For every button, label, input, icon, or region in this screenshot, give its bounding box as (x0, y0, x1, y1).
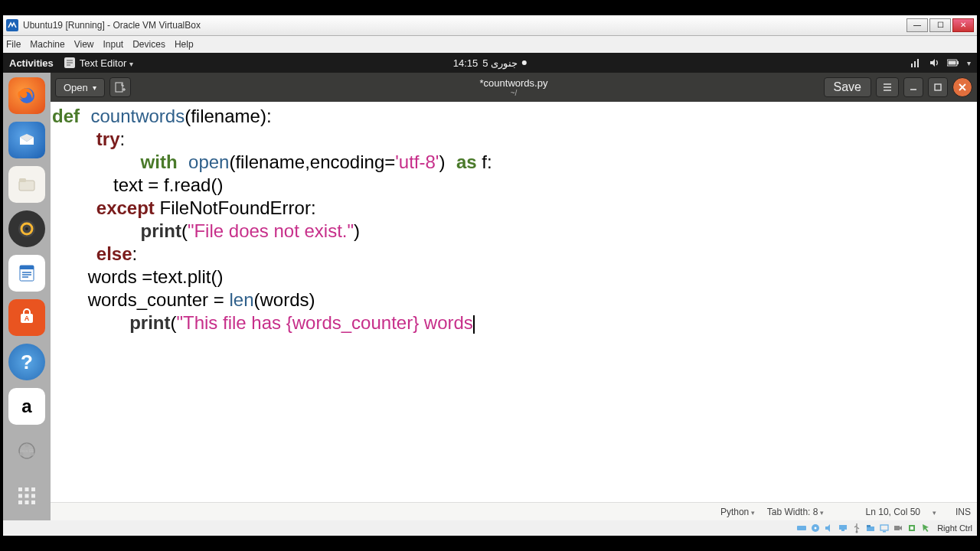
language-selector[interactable]: Python (720, 507, 755, 517)
string-literal: "File does not exist." (188, 220, 354, 241)
keyword-as: as (456, 152, 477, 172)
vb-cd-icon[interactable] (810, 523, 821, 533)
code-text: : (119, 129, 125, 149)
svg-rect-35 (841, 530, 844, 531)
vb-menu-file[interactable]: File (6, 39, 21, 50)
eclipse-launcher[interactable]: Java EE (8, 432, 45, 469)
insert-mode: INS (956, 507, 971, 517)
svg-rect-3 (957, 61, 959, 64)
svg-point-10 (25, 227, 28, 230)
amazon-launcher[interactable]: a (8, 388, 45, 425)
maximize-icon (933, 83, 942, 92)
keyword-except: except (96, 197, 155, 218)
vb-usb-icon[interactable] (851, 523, 862, 533)
vb-status-bar: Right Ctrl (3, 520, 977, 536)
svg-rect-27 (25, 500, 29, 504)
svg-rect-34 (839, 525, 847, 530)
code-text: ( (181, 220, 188, 241)
save-button-label: Save (834, 80, 861, 94)
svg-rect-20 (18, 487, 22, 491)
vb-menu-view[interactable]: View (74, 39, 94, 50)
activities-button[interactable]: Activities (9, 57, 54, 69)
builtin-print: print (129, 312, 170, 333)
help-launcher[interactable]: ? (8, 344, 45, 380)
open-button[interactable]: Open (55, 78, 105, 97)
window-close-button[interactable] (952, 77, 972, 97)
vb-title-bar: Ubuntu19 [Running] - Oracle VM VirtualBo… (3, 15, 977, 36)
vb-minimize-button[interactable]: — (906, 18, 928, 32)
svg-rect-26 (18, 500, 22, 504)
gedit-status-bar: Python Tab Width: 8 Ln 10, Col 50 INS (51, 502, 977, 520)
svg-rect-31 (797, 526, 806, 530)
svg-rect-7 (19, 178, 26, 182)
keyword-else: else (96, 243, 132, 264)
app-menu-label: Text Editor (80, 57, 133, 69)
vb-menu-input[interactable]: Input (103, 39, 124, 50)
vb-menu-machine[interactable]: Machine (30, 39, 64, 50)
battery-icon[interactable] (947, 59, 959, 67)
svg-rect-24 (25, 494, 29, 498)
vb-menu-devices[interactable]: Devices (132, 39, 165, 50)
window-minimize-button[interactable] (903, 77, 923, 97)
ubuntu-software-launcher[interactable]: A (8, 299, 45, 336)
vb-audio-icon[interactable] (824, 523, 835, 533)
svg-point-33 (815, 527, 817, 530)
window-maximize-button[interactable] (928, 77, 948, 97)
vb-hdd-icon[interactable] (796, 523, 807, 533)
volume-icon[interactable] (929, 57, 939, 68)
save-button[interactable]: Save (824, 77, 871, 97)
svg-text:Java EE: Java EE (20, 448, 34, 453)
system-menu-caret-icon[interactable]: ▾ (967, 59, 971, 67)
rhythmbox-launcher[interactable] (8, 210, 45, 247)
text-editor-icon (64, 57, 75, 68)
code-text: ) (354, 220, 360, 241)
show-applications-launcher[interactable] (8, 478, 45, 514)
vb-recording-icon[interactable] (893, 523, 903, 533)
thunderbird-launcher[interactable] (8, 122, 45, 158)
network-icon[interactable] (910, 57, 921, 68)
code-text: (filename,encoding= (229, 152, 395, 172)
new-tab-button[interactable] (109, 77, 131, 97)
string-literal: "This file has {words_counter} words (176, 312, 472, 333)
vb-mouse-icon[interactable] (920, 523, 931, 533)
firefox-launcher[interactable] (8, 77, 45, 114)
code-line: text = f.read() (52, 174, 223, 195)
cursor-position-caret[interactable] (933, 507, 943, 517)
string-literal: 'utf-8' (395, 152, 439, 172)
vb-menu-bar: File Machine View Input Devices Help (3, 36, 977, 53)
code-text: ) (439, 152, 445, 172)
vb-close-button[interactable]: ✕ (952, 18, 974, 32)
new-document-icon (114, 81, 126, 93)
app-menu[interactable]: Text Editor (64, 57, 133, 69)
gedit-title: *countwords.py ~/ (480, 77, 548, 97)
vb-shared-folders-icon[interactable] (865, 523, 876, 533)
vb-maximize-button[interactable]: ☐ (929, 18, 951, 32)
hamburger-menu-button[interactable] (876, 77, 899, 97)
code-text: FileNotFoundError: (155, 197, 316, 218)
gedit-file-subtitle: ~/ (480, 89, 548, 97)
code-editor[interactable]: def countwords(filename): try: with open… (51, 102, 977, 502)
vb-cpu-icon[interactable] (906, 523, 917, 533)
files-launcher[interactable] (8, 166, 45, 203)
svg-rect-23 (18, 494, 22, 498)
clock-time: 14:15 (453, 57, 479, 69)
svg-rect-43 (910, 527, 913, 530)
gedit-file-title: *countwords.py (480, 77, 548, 89)
vb-window-title: Ubuntu19 [Running] - Oracle VM VirtualBo… (23, 20, 905, 31)
svg-rect-39 (880, 525, 888, 530)
svg-rect-4 (949, 61, 956, 65)
vb-network-icon[interactable] (838, 523, 848, 533)
libreoffice-writer-launcher[interactable] (8, 255, 45, 292)
tab-width-selector[interactable]: Tab Width: 8 (767, 507, 824, 517)
code-text: (filename): (185, 106, 271, 126)
clock-area[interactable]: 14:15 جنوری 5 (453, 57, 527, 69)
gnome-top-bar: Activities Text Editor 14:15 جنوری 5 ▾ (3, 53, 977, 73)
guest-viewport: Activities Text Editor 14:15 جنوری 5 ▾ A… (3, 53, 977, 520)
keyword-with: with (141, 152, 178, 172)
clock-date: جنوری 5 (482, 57, 518, 69)
close-icon (958, 83, 967, 92)
svg-rect-30 (935, 84, 941, 90)
vb-display-icon[interactable] (879, 523, 890, 533)
code-text: (words) (253, 289, 315, 310)
vb-menu-help[interactable]: Help (175, 39, 194, 50)
